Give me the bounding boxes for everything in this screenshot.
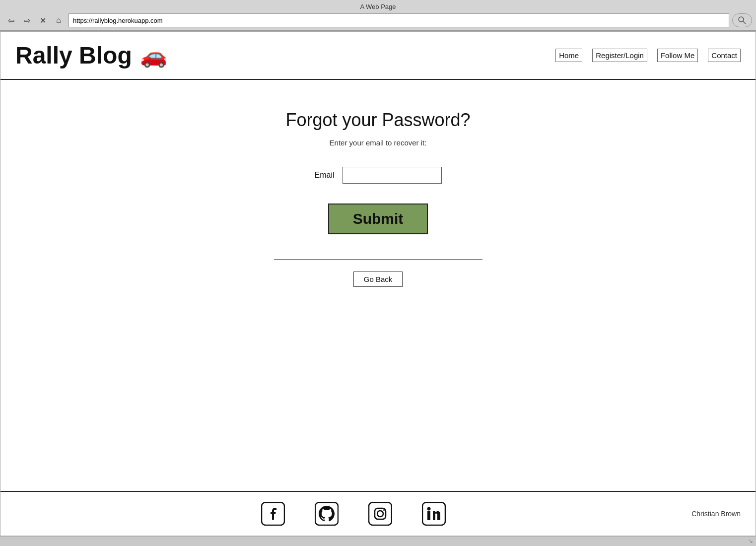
svg-rect-4 <box>369 502 392 525</box>
site-logo: Rally Blog 🚗 <box>15 42 167 69</box>
facebook-icon <box>261 502 285 526</box>
car-icon: 🚗 <box>140 43 167 68</box>
site-footer: Christian Brown <box>0 491 756 536</box>
search-icon <box>738 16 746 24</box>
nav-home[interactable]: Home <box>555 49 582 62</box>
svg-line-1 <box>743 21 746 24</box>
linkedin-link[interactable] <box>422 502 446 526</box>
site-nav: Home Register/Login Follow Me Contact <box>555 49 741 62</box>
forward-button[interactable]: ⇨ <box>20 13 34 27</box>
github-icon <box>315 502 339 526</box>
svg-point-0 <box>739 17 744 22</box>
nav-buttons: ⇦ ⇨ ✕ ⌂ <box>4 13 66 27</box>
svg-rect-3 <box>315 502 338 525</box>
browser-toolbar: ⇦ ⇨ ✕ ⌂ <box>4 13 752 27</box>
footer-icons <box>15 502 691 526</box>
bottom-bar: ↘ <box>0 536 756 546</box>
browser-chrome: A Web Page ⇦ ⇨ ✕ ⌂ <box>0 0 756 31</box>
page-wrapper: Rally Blog 🚗 Home Register/Login Follow … <box>0 31 756 536</box>
instagram-icon <box>368 502 392 526</box>
footer-credit: Christian Brown <box>691 510 741 518</box>
address-bar[interactable] <box>69 13 729 27</box>
email-row: Email <box>314 167 441 184</box>
facebook-link[interactable] <box>261 502 285 526</box>
search-button[interactable] <box>732 13 752 27</box>
github-link[interactable] <box>315 502 339 526</box>
instagram-link[interactable] <box>368 502 392 526</box>
resize-handle: ↘ <box>748 538 753 545</box>
browser-title: A Web Page <box>4 3 752 10</box>
nav-contact[interactable]: Contact <box>708 49 741 62</box>
form-subtitle: Enter your email to recover it: <box>330 138 427 147</box>
linkedin-icon <box>422 502 446 526</box>
svg-point-7 <box>383 509 385 511</box>
svg-rect-9 <box>427 511 430 520</box>
svg-point-10 <box>427 507 431 511</box>
go-back-button[interactable]: Go Back <box>353 272 403 287</box>
email-label: Email <box>314 171 334 180</box>
home-button[interactable]: ⌂ <box>52 13 66 27</box>
divider <box>274 259 482 260</box>
nav-follow-me[interactable]: Follow Me <box>657 49 698 62</box>
stop-button[interactable]: ✕ <box>36 13 50 27</box>
site-header: Rally Blog 🚗 Home Register/Login Follow … <box>0 32 756 80</box>
nav-register-login[interactable]: Register/Login <box>592 49 647 62</box>
submit-button[interactable]: Submit <box>328 204 428 234</box>
email-input[interactable] <box>343 167 442 184</box>
form-title: Forgot your Password? <box>285 110 470 131</box>
main-content: Forgot your Password? Enter your email t… <box>0 80 756 491</box>
back-button[interactable]: ⇦ <box>4 13 18 27</box>
site-title: Rally Blog <box>15 42 132 69</box>
